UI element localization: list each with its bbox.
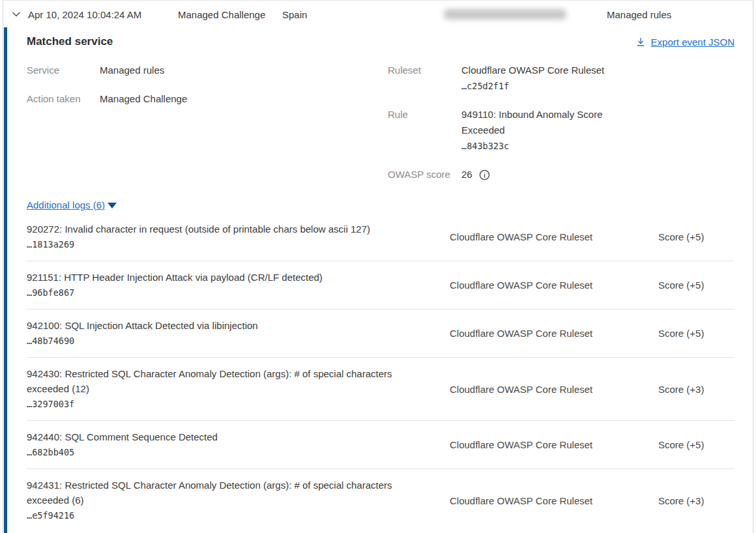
export-link-label[interactable]: Export event JSON [651, 36, 734, 48]
info-icon[interactable] [479, 169, 490, 180]
log-score: Score (+5) [658, 439, 734, 450]
owasp-score-label: OWASP score [388, 167, 461, 182]
log-score: Score (+5) [658, 280, 734, 291]
log-ruleset: Cloudflare OWASP Core Ruleset [450, 384, 658, 395]
log-ruleset: Cloudflare OWASP Core Ruleset [450, 231, 658, 242]
log-id: …1813a269 [27, 237, 431, 252]
additional-logs-label[interactable]: Additional logs (6) [27, 199, 105, 210]
security-event-card: Apr 10, 2024 10:04:24 AM Managed Challen… [3, 0, 753, 533]
action-taken-label: Action taken [27, 91, 100, 107]
log-row: 942100: SQL Injection Attack Detected vi… [27, 310, 734, 358]
event-action: Managed Challenge [178, 8, 265, 20]
log-row: 942440: SQL Comment Sequence Detected …6… [27, 421, 734, 469]
event-timestamp: Apr 10, 2024 10:04:24 AM [28, 8, 141, 20]
log-description: 942431: Restricted SQL Character Anomaly… [27, 478, 431, 508]
log-score: Score (+3) [658, 384, 734, 395]
log-description: 920272: Invalid character in request (ou… [27, 222, 431, 237]
log-score: Score (+3) [658, 495, 734, 506]
details-right-column: Ruleset Cloudflare OWASP Core Ruleset …c… [388, 63, 734, 182]
service-value: Managed rules [100, 63, 164, 78]
log-id: …96bfe867 [27, 285, 431, 300]
panel-inner: Matched service Export event JSON Servic… [27, 35, 734, 533]
log-id: …e5f94216 [27, 508, 431, 523]
event-service: Managed rules [607, 8, 671, 20]
log-row: 921151: HTTP Header Injection Attack via… [27, 261, 734, 310]
log-id: …48b74690 [27, 333, 431, 349]
ruleset-value: Cloudflare OWASP Core Ruleset [461, 63, 604, 78]
service-label: Service [27, 63, 100, 78]
log-description: 942440: SQL Comment Sequence Detected [27, 429, 431, 444]
rule-id: …843b323c [461, 138, 618, 154]
log-row: 942430: Restricted SQL Character Anomaly… [27, 358, 734, 421]
panel-title: Matched service [27, 35, 113, 48]
log-id: …682bb405 [27, 444, 431, 460]
owasp-score-value: 26 [461, 167, 472, 182]
log-ruleset: Cloudflare OWASP Core Ruleset [450, 328, 658, 339]
rule-value: 949110: Inbound Anomaly Score Exceeded [461, 107, 618, 138]
log-ruleset: Cloudflare OWASP Core Ruleset [450, 495, 658, 506]
log-row: 942431: Restricted SQL Character Anomaly… [27, 469, 734, 532]
ruleset-label: Ruleset [388, 63, 461, 94]
log-score: Score (+5) [658, 231, 734, 242]
event-summary-row[interactable]: Apr 10, 2024 10:04:24 AM Managed Challen… [3, 1, 753, 27]
log-description: 921151: HTTP Header Injection Attack via… [27, 270, 431, 285]
redacted-hostname [444, 9, 566, 20]
chevron-down-icon[interactable] [10, 8, 23, 21]
additional-logs-list: 920272: Invalid character in request (ou… [27, 213, 734, 532]
log-ruleset: Cloudflare OWASP Core Ruleset [450, 280, 658, 291]
log-description: 942430: Restricted SQL Character Anomaly… [27, 366, 431, 396]
details-left-column: Service Managed rules Action taken Manag… [27, 63, 388, 120]
ruleset-id: …c25d2f1f [461, 78, 604, 94]
log-ruleset: Cloudflare OWASP Core Ruleset [450, 439, 658, 450]
rule-label: Rule [388, 107, 461, 154]
event-detail-panel: Matched service Export event JSON Servic… [4, 27, 753, 533]
log-description: 942100: SQL Injection Attack Detected vi… [27, 318, 431, 333]
download-icon [635, 36, 646, 47]
additional-logs-toggle[interactable]: Additional logs (6) [27, 199, 117, 210]
action-taken-value: Managed Challenge [100, 91, 187, 107]
log-score: Score (+5) [658, 328, 734, 339]
log-id: …3297003f [27, 396, 431, 412]
export-event-json-link[interactable]: Export event JSON [635, 36, 734, 48]
caret-down-icon [108, 203, 117, 209]
event-country: Spain [282, 8, 307, 20]
log-row: 920272: Invalid character in request (ou… [27, 213, 734, 261]
